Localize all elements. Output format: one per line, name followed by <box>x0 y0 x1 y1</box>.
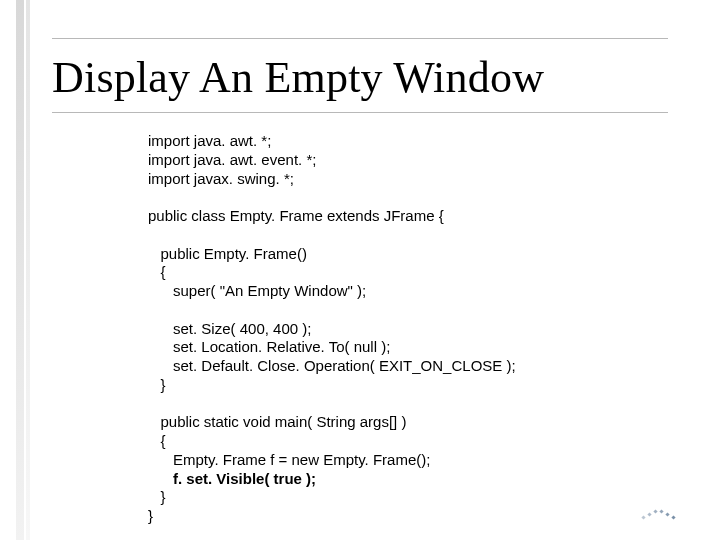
code-line: set. Location. Relative. To( null ); <box>148 338 390 355</box>
code-line: { <box>148 263 166 280</box>
title-rule-bottom <box>52 112 668 113</box>
code-block: import java. awt. *; import java. awt. e… <box>148 132 668 526</box>
slide: Display An Empty Window import java. awt… <box>0 0 720 540</box>
code-line: public static void main( String args[] ) <box>148 413 406 430</box>
decor-left-bar-1 <box>16 0 24 540</box>
code-line: } <box>148 507 153 524</box>
code-line: public Empty. Frame() <box>148 245 307 262</box>
code-line: } <box>148 376 166 393</box>
slide-title: Display An Empty Window <box>52 52 544 103</box>
code-line: import javax. swing. *; <box>148 170 294 187</box>
corner-decoration <box>642 500 676 522</box>
code-line: } <box>148 488 166 505</box>
code-line: import java. awt. event. *; <box>148 151 316 168</box>
title-rule-top <box>52 38 668 39</box>
code-line: import java. awt. *; <box>148 132 271 149</box>
code-line-emphasis: f. set. Visible( true ); <box>148 470 316 487</box>
code-line: { <box>148 432 166 449</box>
code-line: set. Size( 400, 400 ); <box>148 320 311 337</box>
code-line: public class Empty. Frame extends JFrame… <box>148 207 444 224</box>
code-line: Empty. Frame f = new Empty. Frame(); <box>148 451 430 468</box>
decor-left-bar-2 <box>26 0 30 540</box>
code-line: super( "An Empty Window" ); <box>148 282 366 299</box>
code-line: set. Default. Close. Operation( EXIT_ON_… <box>148 357 516 374</box>
